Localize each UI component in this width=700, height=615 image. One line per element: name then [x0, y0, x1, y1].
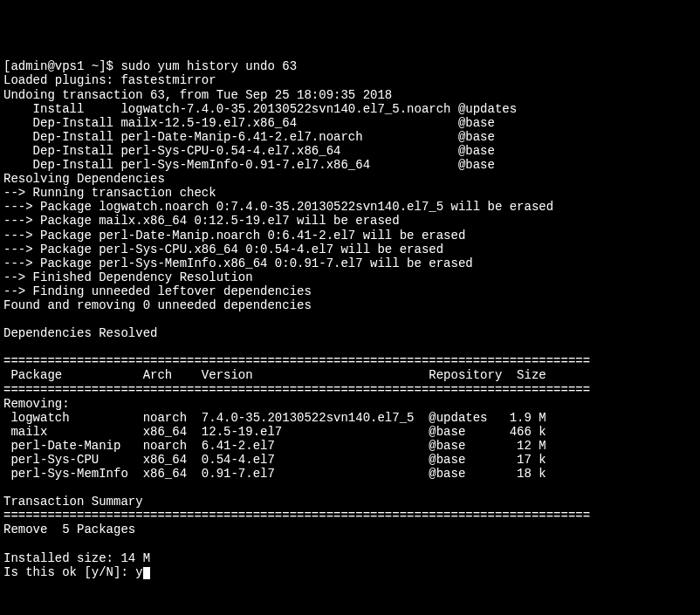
output-line: Found and removing 0 unneeded dependenci… — [3, 298, 312, 312]
output-line: Dep-Install perl-Sys-MemInfo-0.91-7.el7.… — [3, 158, 495, 172]
output-line: Loaded plugins: fastestmirror — [3, 73, 216, 87]
output-line: ---> Package perl-Sys-CPU.x86_64 0:0.54-… — [3, 243, 443, 256]
output-line: Resolving Dependencies — [3, 172, 165, 186]
table-row: logwatch noarch 7.4.0-35.20130522svn140.… — [3, 411, 546, 425]
output-line: Dep-Install perl-Date-Manip-6.41-2.el7.n… — [3, 130, 495, 144]
output-line: --> Finding unneeded leftover dependenci… — [3, 284, 312, 298]
table-row: perl-Date-Manip noarch 6.41-2.el7 @base … — [3, 439, 546, 453]
table-row: perl-Sys-CPU x86_64 0.54-4.el7 @base 17 … — [3, 453, 546, 467]
deps-resolved: Dependencies Resolved — [3, 326, 157, 340]
txn-summary: Transaction Summary — [3, 495, 143, 509]
cursor-icon — [143, 567, 150, 579]
separator: ========================================… — [3, 509, 590, 523]
output-line: ---> Package perl-Sys-MemInfo.x86_64 0:0… — [3, 256, 473, 270]
confirm-prompt[interactable]: Is this ok [y/N]: y — [3, 565, 143, 579]
output-line: --> Finished Dependency Resolution — [3, 270, 253, 284]
separator: ========================================… — [3, 354, 590, 368]
output-line: ---> Package perl-Date-Manip.noarch 0:6.… — [3, 229, 465, 243]
output-line: Undoing transaction 63, from Tue Sep 25 … — [3, 88, 392, 102]
output-line: Dep-Install perl-Sys-CPU-0.54-4.el7.x86_… — [3, 144, 495, 158]
output-line: ---> Package logwatch.noarch 0:7.4.0-35.… — [3, 200, 553, 214]
output-line: Dep-Install mailx-12.5-19.el7.x86_64 @ba… — [3, 116, 495, 130]
installed-size: Installed size: 14 M — [3, 551, 150, 565]
output-line: --> Running transaction check — [3, 186, 216, 200]
output-line: ---> Package mailx.x86_64 0:12.5-19.el7 … — [3, 214, 400, 228]
separator: ========================================… — [3, 383, 590, 397]
remove-count: Remove 5 Packages — [3, 523, 135, 536]
output-line: Install logwatch-7.4.0-35.20130522svn140… — [3, 102, 517, 116]
shell-prompt[interactable]: [admin@vps1 ~]$ sudo yum history undo 63 — [3, 59, 297, 73]
table-row: mailx x86_64 12.5-19.el7 @base 466 k — [3, 425, 546, 439]
table-row: perl-Sys-MemInfo x86_64 0.91-7.el7 @base… — [3, 467, 546, 481]
removing-label: Removing: — [3, 397, 70, 411]
table-header: Package Arch Version Repository Size — [3, 368, 546, 382]
